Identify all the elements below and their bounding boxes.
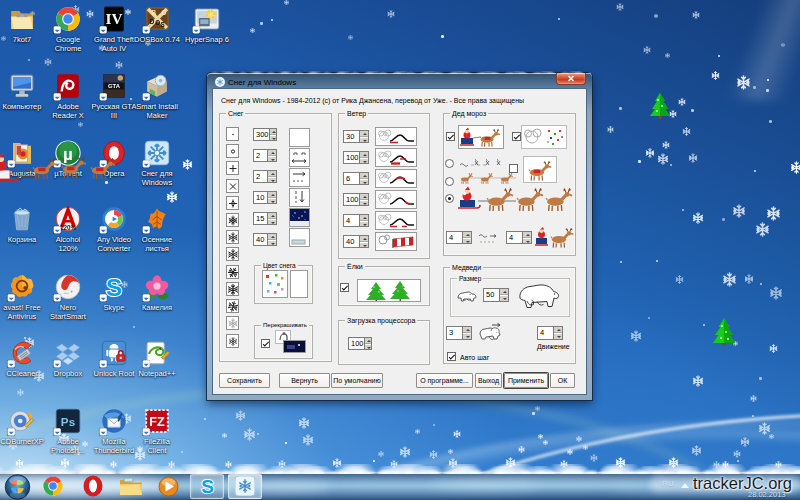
svg-text:120%: 120% [60, 224, 77, 231]
svg-text:O: O [162, 9, 167, 16]
svg-text:O: O [155, 19, 160, 26]
svg-text:Ps: Ps [61, 415, 76, 428]
svg-text:S: S [106, 274, 122, 301]
svg-text:IV: IV [106, 10, 123, 27]
svg-text:S: S [161, 21, 165, 28]
svg-text:GTA: GTA [108, 83, 121, 89]
svg-text:D: D [150, 18, 155, 25]
svg-text:S: S [201, 476, 214, 497]
svg-text:B: B [152, 9, 157, 16]
svg-text:FZ: FZ [149, 415, 165, 429]
